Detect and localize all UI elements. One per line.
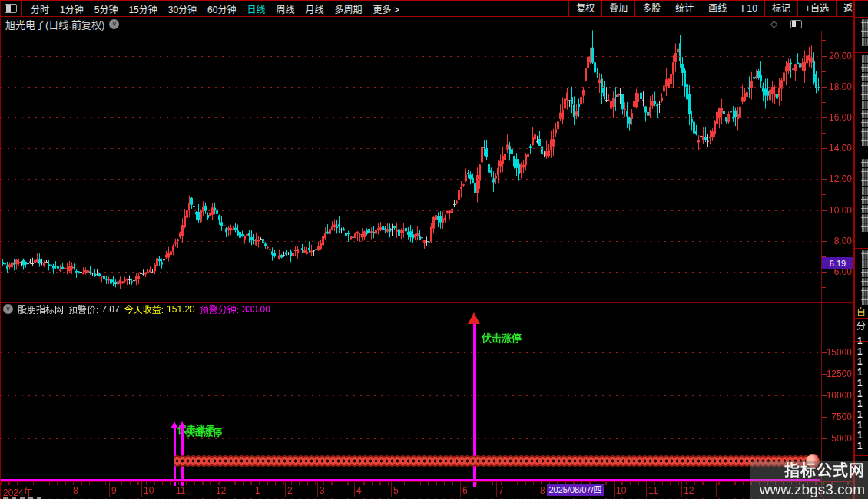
alert-minutes-label: 预警分钟: — [200, 302, 239, 316]
right-strip-separator — [855, 248, 868, 249]
month-label-14: 11 — [648, 485, 658, 496]
toolbar-button-4[interactable]: 画线 — [701, 1, 734, 17]
price-label-20.00: 20.00 — [823, 51, 852, 61]
period-tab-4[interactable]: 30分钟 — [168, 2, 197, 15]
right-strip-digit: 1 — [857, 420, 863, 431]
right-strip-digit: 1 — [857, 378, 863, 388]
indicator-label-15000: 15000 — [823, 347, 852, 358]
indicator-name[interactable]: 股朋指标网 — [18, 302, 64, 316]
period-tab-10[interactable]: 更多 > — [373, 2, 399, 15]
period-tabs: 分时1分钟5分钟15分钟30分钟60分钟日线周线月线多周期更多 > — [22, 2, 399, 15]
period-tab-6[interactable]: 日线 — [247, 2, 265, 15]
panel-toggle-icon — [5, 4, 17, 13]
toolbar-button-7[interactable]: +自选 — [797, 1, 836, 17]
signal-arrow-head-icon-2 — [468, 312, 480, 324]
toolbar-button-0[interactable]: 复权 — [568, 1, 601, 17]
month-label-13: 10 — [616, 485, 626, 496]
right-strip-digit: 1 — [857, 356, 863, 367]
period-tab-1[interactable]: 1分钟 — [60, 2, 84, 15]
current-price-badge: 6.19 — [822, 257, 853, 269]
right-strip-digit: 1 — [857, 346, 863, 357]
right-strip-separator — [855, 52, 868, 53]
toolbar-button-2[interactable]: 多股 — [634, 1, 668, 17]
right-strip-clipped-text-2: 卌卌卌卌卌卌卌卌 — [856, 159, 868, 246]
toolbar-right-buttons: 复权叠加多股统计画线F10标记+自选返回 — [568, 1, 868, 17]
month-separator — [174, 482, 174, 497]
price-gridline-8.00 — [1, 241, 820, 242]
right-strip-separator — [855, 157, 868, 157]
month-separator — [285, 482, 286, 497]
price-label-16.00: 16.00 — [823, 112, 852, 123]
right-strip-clipped-text-1: 卌卌卌卌卌卌卌卌卌卌 — [856, 55, 868, 154]
right-strip-clipped-text-0: 卌卌卌 — [856, 19, 868, 51]
month-label-12: 8 — [540, 485, 545, 496]
signal-label-2: 伏击涨停 — [482, 330, 522, 345]
alert-minutes-value: 330.00 — [242, 304, 270, 315]
sidebar-toggle-button[interactable] — [1, 1, 22, 16]
indicator-gridline-5000 — [1, 438, 820, 439]
bottom-border — [1, 497, 853, 497]
price-gridline-18.00 — [1, 87, 820, 88]
right-strip-digit: 1 — [857, 430, 863, 441]
right-strip-digit: 1 — [857, 398, 863, 409]
period-tab-9[interactable]: 多周期 — [335, 2, 363, 15]
month-label-2: 10 — [144, 485, 154, 496]
indicator-collapse-icon[interactable]: ∨ — [3, 304, 13, 314]
watermark-url: www.zbgs3.com — [750, 481, 865, 498]
alert-price-value: 7.07 — [101, 304, 119, 315]
right-strip-digit: 1 — [857, 367, 863, 378]
price-gridline-14.00 — [1, 148, 820, 149]
month-label-15: 12 — [684, 485, 694, 496]
right-strip-yellow-char: 自 — [856, 305, 866, 318]
price-minor-tick — [822, 194, 826, 195]
period-tab-0[interactable]: 分时 — [31, 2, 49, 15]
indicator-label-10000: 10000 — [823, 390, 852, 401]
right-strip-white-char: 分 — [856, 319, 866, 332]
price-label-12.00: 12.00 — [823, 173, 852, 184]
price-label-14.00: 14.00 — [823, 143, 852, 154]
price-gridline-10.00 — [1, 210, 820, 211]
right-strip-digit: 1 — [857, 388, 863, 399]
profit-value: 151.20 — [167, 304, 195, 315]
indicator-label-7500: 7500 — [823, 411, 852, 422]
month-label-3: 11 — [176, 485, 185, 496]
price-label-8.00: 8.00 — [823, 236, 852, 246]
toolbar-button-5[interactable]: F10 — [734, 1, 764, 17]
period-tab-7[interactable]: 周线 — [276, 2, 294, 15]
month-separator — [614, 482, 615, 497]
indicator-gridline-15000 — [1, 352, 820, 353]
profit-label: 今天收益: — [124, 302, 164, 316]
month-separator — [109, 482, 110, 497]
time-axis-ticks — [1, 482, 853, 485]
period-tab-5[interactable]: 60分钟 — [207, 2, 236, 15]
month-separator — [496, 482, 497, 497]
toolbar-button-3[interactable]: 统计 — [668, 1, 701, 17]
watermark-site-name: 指标公式网 — [750, 461, 865, 481]
month-separator — [460, 482, 461, 497]
month-label-1: 9 — [111, 485, 117, 496]
toolbar-button-6[interactable]: 标记 — [764, 1, 797, 17]
price-minor-tick — [822, 133, 826, 134]
period-tab-3[interactable]: 15分钟 — [128, 2, 157, 15]
month-separator — [317, 482, 318, 497]
month-separator — [681, 482, 682, 497]
month-separator — [354, 482, 355, 497]
right-strip-digit: 1 — [857, 441, 863, 451]
layout-panel-icon[interactable] — [790, 20, 802, 28]
diamond-icon[interactable]: ◇ — [770, 18, 777, 29]
month-label-10: 6 — [462, 485, 468, 496]
right-strip-digit: 1 — [857, 409, 863, 420]
month-separator — [141, 482, 142, 497]
candlestick-chart-canvas[interactable] — [2, 28, 820, 302]
toolbar-button-1[interactable]: 叠加 — [601, 1, 634, 17]
period-tab-2[interactable]: 5分钟 — [94, 2, 118, 15]
month-label-11: 7 — [499, 485, 504, 496]
period-tab-8[interactable]: 月线 — [306, 2, 324, 15]
right-strip-digit: 1 — [857, 335, 863, 346]
stock-app-window: 分时1分钟5分钟15分钟30分钟60分钟日线周线月线多周期更多 > 复权叠加多股… — [0, 0, 868, 499]
month-separator — [646, 482, 647, 497]
indicator-gridline-10000 — [1, 395, 820, 396]
month-label-6: 2 — [287, 485, 293, 496]
month-separator — [71, 482, 71, 497]
month-label-7: 3 — [320, 485, 325, 496]
